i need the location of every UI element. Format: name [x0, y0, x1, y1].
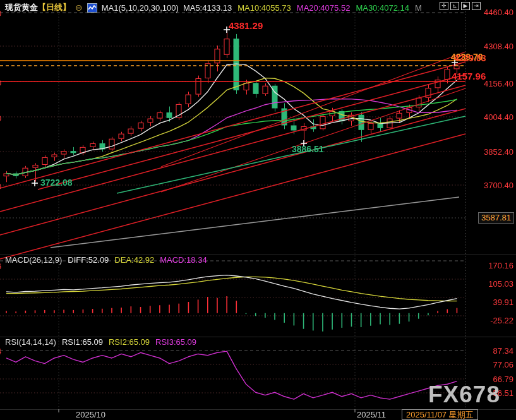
ma-value: MA20:4075.52	[297, 3, 351, 13]
macd-dea-value: DEA:42.92	[114, 255, 154, 265]
ma-values: MA5:4133.13MA10:4055.73MA20:4075.52MA30:…	[183, 3, 422, 13]
rsi-title[interactable]: RSI(14,14,14)	[5, 337, 56, 347]
ma-value: M	[415, 3, 422, 13]
play-forward-icon[interactable]: ▶	[461, 2, 470, 10]
crosshair-tool-icon[interactable]: ✛	[440, 2, 448, 10]
watermark-fx678: FX678	[428, 381, 500, 408]
symbol-title: 现货黄金	[5, 2, 38, 13]
period-badge: 【日线】	[38, 2, 71, 13]
chart-canvas[interactable]	[0, 0, 516, 420]
main-header: 现货黄金【日线】 ⊖ MA1(5,10,20,30,100) MA5:4133.…	[5, 2, 422, 13]
rsi1-value: RSI1:65.09	[62, 337, 103, 347]
macd-diff-value: DIFF:52.09	[68, 255, 109, 265]
rsi2-value: RSI2:65.09	[109, 337, 150, 347]
axes-tool-icon[interactable]: ⊾	[450, 2, 459, 10]
last-date-badge: 2025/11/07 星期五	[402, 409, 478, 420]
rsi-header: RSI(14,14,14) RSI1:65.09 RSI2:65.09 RSI3…	[5, 337, 196, 347]
macd-header: MACD(26,12,9) DIFF:52.09 DEA:42.92 MACD:…	[5, 255, 207, 265]
chart-window: 4460.404308.404156.404004.403852.403700.…	[0, 0, 516, 420]
chart-style-icon[interactable]	[87, 3, 97, 13]
ma-value: MA5:4133.13	[183, 3, 232, 13]
ma-value: MA30:4072.14	[356, 3, 409, 13]
macd-macd-value: MACD:18.34	[160, 255, 207, 265]
macd-title[interactable]: MACD(26,12,9)	[5, 255, 62, 265]
rsi3-value: RSI3:65.09	[155, 337, 196, 347]
chart-toolbar: ✛⊾▶⇥	[440, 2, 481, 10]
zoom-out-icon[interactable]: ⊖	[75, 4, 83, 12]
x-axis-label-october: 2025/10	[76, 410, 105, 419]
ma-value: MA10:4055.73	[237, 3, 291, 13]
x-axis-label-november: 2025/11	[357, 410, 386, 419]
ma-settings-label[interactable]: MA1(5,10,20,30,100)	[102, 3, 179, 13]
step-forward-icon[interactable]: ⇥	[472, 2, 481, 10]
